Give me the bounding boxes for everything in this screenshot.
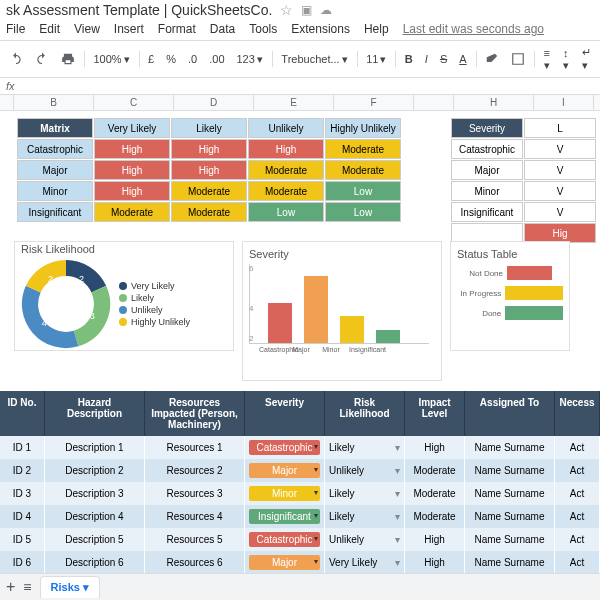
severity-chart: Severity 6 4 2 CatastrophicMajorMinorIns… <box>242 241 442 381</box>
table-row[interactable]: ID 1Description 1Resources 1Catastrophic… <box>0 436 600 459</box>
add-sheet-button[interactable]: + <box>6 578 15 596</box>
tab-risks[interactable]: Risks ▾ <box>40 576 100 598</box>
table-row[interactable]: ID 5Description 5Resources 5Catastrophic… <box>0 528 600 551</box>
dec-decrease-button[interactable]: .0 <box>185 52 200 66</box>
menu-view[interactable]: View <box>74 22 100 36</box>
dec-increase-button[interactable]: .00 <box>206 52 227 66</box>
print-icon[interactable] <box>58 51 78 67</box>
risk-data-table: ID No.Hazard DescriptionResources Impact… <box>0 391 600 600</box>
col-I[interactable]: I <box>534 95 594 110</box>
col-B[interactable]: B <box>14 95 94 110</box>
last-edit[interactable]: Last edit was seconds ago <box>403 22 544 36</box>
font-size-select[interactable]: 11 ▾ <box>363 52 389 67</box>
menu-extensions[interactable]: Extensions <box>291 22 350 36</box>
borders-button[interactable] <box>508 51 528 67</box>
percent-button[interactable]: % <box>163 52 179 66</box>
all-sheets-button[interactable]: ≡ <box>23 579 31 595</box>
menu-help[interactable]: Help <box>364 22 389 36</box>
text-color-button[interactable]: A <box>456 52 469 66</box>
font-select[interactable]: Trebuchet... ▾ <box>278 52 350 67</box>
col-E[interactable]: E <box>254 95 334 110</box>
doc-title[interactable]: sk Assessment Template | QuickSheetsCo. <box>6 2 272 18</box>
col-G[interactable] <box>414 95 454 110</box>
status-chart: Status Table Not DoneIn ProgressDone <box>450 241 570 351</box>
italic-button[interactable]: I <box>422 52 431 66</box>
col-C[interactable]: C <box>94 95 174 110</box>
svg-text:2: 2 <box>48 274 53 284</box>
move-icon[interactable]: ▣ <box>301 3 312 17</box>
col-D[interactable]: D <box>174 95 254 110</box>
align-button[interactable]: ≡ ▾ <box>541 46 554 73</box>
col-H[interactable]: H <box>454 95 534 110</box>
wrap-button[interactable]: ↵ ▾ <box>579 45 594 73</box>
table-row[interactable]: ID 3Description 3Resources 3Minor▾Likely… <box>0 482 600 505</box>
fx-label: fx <box>6 80 15 92</box>
likelihood-chart: Risk Likelihood 2342 Very LikelyLikelyUn… <box>14 241 234 351</box>
table-row[interactable]: ID 4Description 4Resources 4Insignifican… <box>0 505 600 528</box>
svg-text:4: 4 <box>42 318 47 328</box>
severity-side-table: SeverityLCatastrophicVMajorVMinorVInsign… <box>450 117 597 244</box>
zoom-select[interactable]: 100% ▾ <box>90 52 132 67</box>
risk-matrix: MatrixVery LikelyLikelyUnlikelyHighly Un… <box>16 117 402 223</box>
undo-icon[interactable] <box>6 51 26 67</box>
col-F[interactable]: F <box>334 95 414 110</box>
star-icon[interactable]: ☆ <box>280 2 293 18</box>
menu-edit[interactable]: Edit <box>39 22 60 36</box>
menu-insert[interactable]: Insert <box>114 22 144 36</box>
strike-button[interactable]: S <box>437 52 450 66</box>
currency-button[interactable]: £ <box>145 52 157 66</box>
svg-text:2: 2 <box>79 274 84 284</box>
menu-file[interactable]: File <box>6 22 25 36</box>
menu-tools[interactable]: Tools <box>249 22 277 36</box>
cloud-icon[interactable]: ☁ <box>320 3 332 17</box>
table-row[interactable]: ID 6Description 6Resources 6Major▾Very L… <box>0 551 600 574</box>
fill-color-button[interactable] <box>482 51 502 67</box>
valign-button[interactable]: ↕ ▾ <box>560 46 573 73</box>
bold-button[interactable]: B <box>402 52 416 66</box>
select-all[interactable] <box>0 95 14 110</box>
menu-format[interactable]: Format <box>158 22 196 36</box>
format-123-button[interactable]: 123▾ <box>234 52 266 67</box>
redo-icon[interactable] <box>32 51 52 67</box>
menu-data[interactable]: Data <box>210 22 235 36</box>
svg-text:3: 3 <box>90 311 95 321</box>
table-row[interactable]: ID 2Description 2Resources 2Major▾Unlike… <box>0 459 600 482</box>
